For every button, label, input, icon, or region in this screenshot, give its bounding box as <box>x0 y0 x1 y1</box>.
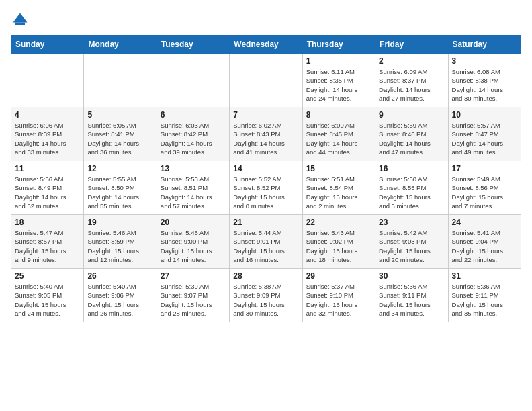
day-cell: 15Sunrise: 5:51 AM Sunset: 8:54 PM Dayli… <box>302 161 375 215</box>
day-info: Sunrise: 5:36 AM Sunset: 9:11 PM Dayligh… <box>379 282 444 318</box>
day-info: Sunrise: 6:05 AM Sunset: 8:41 PM Dayligh… <box>87 121 152 156</box>
day-cell: 23Sunrise: 5:42 AM Sunset: 9:03 PM Dayli… <box>375 215 448 269</box>
day-info: Sunrise: 5:41 AM Sunset: 9:04 PM Dayligh… <box>452 228 517 264</box>
calendar-table: SundayMondayTuesdayWednesdayThursdayFrid… <box>11 35 521 322</box>
day-number: 3 <box>452 56 517 66</box>
day-cell: 22Sunrise: 5:43 AM Sunset: 9:02 PM Dayli… <box>302 215 375 269</box>
day-info: Sunrise: 5:50 AM Sunset: 8:55 PM Dayligh… <box>379 175 444 210</box>
day-cell: 11Sunrise: 5:56 AM Sunset: 8:49 PM Dayli… <box>11 161 84 215</box>
day-info: Sunrise: 5:40 AM Sunset: 9:05 PM Dayligh… <box>15 282 80 318</box>
day-cell: 3Sunrise: 6:08 AM Sunset: 8:38 PM Daylig… <box>448 54 521 107</box>
day-info: Sunrise: 6:03 AM Sunset: 8:42 PM Dayligh… <box>161 121 226 156</box>
day-number: 8 <box>306 110 371 120</box>
day-number: 21 <box>233 218 298 227</box>
weekday-header-thursday: Thursday <box>302 36 375 54</box>
day-info: Sunrise: 5:44 AM Sunset: 9:01 PM Dayligh… <box>233 228 298 264</box>
day-cell: 31Sunrise: 5:36 AM Sunset: 9:11 PM Dayli… <box>448 269 521 322</box>
day-cell: 30Sunrise: 5:36 AM Sunset: 9:11 PM Dayli… <box>375 269 448 322</box>
day-cell <box>157 54 229 107</box>
day-cell: 16Sunrise: 5:50 AM Sunset: 8:55 PM Dayli… <box>375 161 448 215</box>
week-row-5: 25Sunrise: 5:40 AM Sunset: 9:05 PM Dayli… <box>11 269 521 322</box>
day-info: Sunrise: 5:57 AM Sunset: 8:47 PM Dayligh… <box>452 121 517 156</box>
day-number: 29 <box>306 271 371 281</box>
day-number: 7 <box>233 110 298 120</box>
day-number: 27 <box>161 271 226 281</box>
day-info: Sunrise: 5:47 AM Sunset: 8:57 PM Dayligh… <box>15 228 80 264</box>
svg-rect-1 <box>15 23 25 26</box>
weekday-header-sunday: Sunday <box>11 36 84 54</box>
day-number: 22 <box>306 218 371 227</box>
day-info: Sunrise: 5:42 AM Sunset: 9:03 PM Dayligh… <box>379 228 444 264</box>
day-cell: 29Sunrise: 5:37 AM Sunset: 9:10 PM Dayli… <box>302 269 375 322</box>
day-info: Sunrise: 6:11 AM Sunset: 8:35 PM Dayligh… <box>306 67 371 103</box>
day-cell: 4Sunrise: 6:06 AM Sunset: 8:39 PM Daylig… <box>11 107 84 161</box>
day-number: 16 <box>379 164 444 173</box>
day-number: 2 <box>379 56 444 66</box>
day-number: 1 <box>306 56 371 66</box>
day-number: 11 <box>15 164 80 173</box>
day-number: 10 <box>452 110 517 120</box>
day-cell: 5Sunrise: 6:05 AM Sunset: 8:41 PM Daylig… <box>84 107 157 161</box>
day-number: 25 <box>15 271 80 281</box>
day-info: Sunrise: 5:39 AM Sunset: 9:07 PM Dayligh… <box>161 282 226 318</box>
day-info: Sunrise: 5:56 AM Sunset: 8:49 PM Dayligh… <box>15 175 80 210</box>
day-info: Sunrise: 6:02 AM Sunset: 8:43 PM Dayligh… <box>233 121 298 156</box>
page-header <box>11 11 521 30</box>
weekday-header-tuesday: Tuesday <box>157 36 229 54</box>
day-cell: 24Sunrise: 5:41 AM Sunset: 9:04 PM Dayli… <box>448 215 521 269</box>
day-info: Sunrise: 5:51 AM Sunset: 8:54 PM Dayligh… <box>306 175 371 210</box>
svg-marker-0 <box>13 13 28 23</box>
day-cell: 8Sunrise: 6:00 AM Sunset: 8:45 PM Daylig… <box>302 107 375 161</box>
day-info: Sunrise: 5:36 AM Sunset: 9:11 PM Dayligh… <box>452 282 517 318</box>
day-info: Sunrise: 5:45 AM Sunset: 9:00 PM Dayligh… <box>161 228 226 264</box>
day-number: 14 <box>233 164 298 173</box>
weekday-header-row: SundayMondayTuesdayWednesdayThursdayFrid… <box>11 36 521 54</box>
day-cell <box>84 54 157 107</box>
day-number: 6 <box>161 110 226 120</box>
day-number: 31 <box>452 271 517 281</box>
day-number: 20 <box>161 218 226 227</box>
day-cell: 14Sunrise: 5:52 AM Sunset: 8:52 PM Dayli… <box>230 161 302 215</box>
day-number: 24 <box>452 218 517 227</box>
day-info: Sunrise: 6:06 AM Sunset: 8:39 PM Dayligh… <box>15 121 80 156</box>
logo-icon <box>11 11 30 30</box>
day-number: 15 <box>306 164 371 173</box>
day-number: 18 <box>15 218 80 227</box>
day-info: Sunrise: 5:53 AM Sunset: 8:51 PM Dayligh… <box>161 175 226 210</box>
day-info: Sunrise: 5:52 AM Sunset: 8:52 PM Dayligh… <box>233 175 298 210</box>
week-row-3: 11Sunrise: 5:56 AM Sunset: 8:49 PM Dayli… <box>11 161 521 215</box>
day-cell: 2Sunrise: 6:09 AM Sunset: 8:37 PM Daylig… <box>375 54 448 107</box>
day-number: 30 <box>379 271 444 281</box>
weekday-header-friday: Friday <box>375 36 448 54</box>
day-number: 23 <box>379 218 444 227</box>
day-info: Sunrise: 5:49 AM Sunset: 8:56 PM Dayligh… <box>452 175 517 210</box>
weekday-header-wednesday: Wednesday <box>230 36 302 54</box>
day-cell: 1Sunrise: 6:11 AM Sunset: 8:35 PM Daylig… <box>302 54 375 107</box>
day-number: 19 <box>87 218 152 227</box>
weekday-header-saturday: Saturday <box>448 36 521 54</box>
day-cell: 27Sunrise: 5:39 AM Sunset: 9:07 PM Dayli… <box>157 269 229 322</box>
day-cell: 20Sunrise: 5:45 AM Sunset: 9:00 PM Dayli… <box>157 215 229 269</box>
day-info: Sunrise: 5:55 AM Sunset: 8:50 PM Dayligh… <box>87 175 152 210</box>
day-cell: 18Sunrise: 5:47 AM Sunset: 8:57 PM Dayli… <box>11 215 84 269</box>
day-info: Sunrise: 5:38 AM Sunset: 9:09 PM Dayligh… <box>233 282 298 318</box>
day-info: Sunrise: 6:09 AM Sunset: 8:37 PM Dayligh… <box>379 67 444 103</box>
day-cell: 10Sunrise: 5:57 AM Sunset: 8:47 PM Dayli… <box>448 107 521 161</box>
day-number: 17 <box>452 164 517 173</box>
logo <box>11 11 32 30</box>
weekday-header-monday: Monday <box>84 36 157 54</box>
day-cell <box>230 54 302 107</box>
day-info: Sunrise: 5:59 AM Sunset: 8:46 PM Dayligh… <box>379 121 444 156</box>
week-row-2: 4Sunrise: 6:06 AM Sunset: 8:39 PM Daylig… <box>11 107 521 161</box>
day-info: Sunrise: 6:08 AM Sunset: 8:38 PM Dayligh… <box>452 67 517 103</box>
day-info: Sunrise: 5:37 AM Sunset: 9:10 PM Dayligh… <box>306 282 371 318</box>
day-number: 12 <box>87 164 152 173</box>
day-cell: 12Sunrise: 5:55 AM Sunset: 8:50 PM Dayli… <box>84 161 157 215</box>
day-number: 26 <box>87 271 152 281</box>
day-cell: 25Sunrise: 5:40 AM Sunset: 9:05 PM Dayli… <box>11 269 84 322</box>
day-number: 13 <box>161 164 226 173</box>
day-info: Sunrise: 6:00 AM Sunset: 8:45 PM Dayligh… <box>306 121 371 156</box>
day-cell: 19Sunrise: 5:46 AM Sunset: 8:59 PM Dayli… <box>84 215 157 269</box>
week-row-4: 18Sunrise: 5:47 AM Sunset: 8:57 PM Dayli… <box>11 215 521 269</box>
day-info: Sunrise: 5:46 AM Sunset: 8:59 PM Dayligh… <box>87 228 152 264</box>
